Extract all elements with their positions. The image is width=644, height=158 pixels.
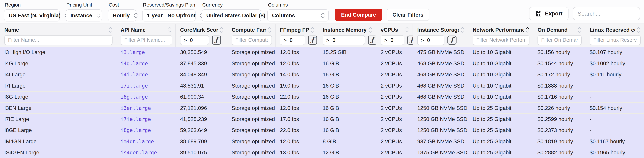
filter-input-instance-storage[interactable] <box>417 35 444 45</box>
column-header-vcpus[interactable]: vCPUsƒ <box>376 24 413 47</box>
chevron-updown-icon <box>96 12 100 19</box>
sort-icon[interactable] <box>310 26 314 34</box>
cell-name: I4I Large <box>0 69 116 80</box>
function-filter-toggle-ffmpeg-fps[interactable]: ƒ <box>308 36 317 44</box>
filter-input-instance-memory[interactable] <box>323 35 365 45</box>
region-select-value: US East (N. Virginia) <box>9 12 60 18</box>
cell-on-demand: $0.1544 hourly <box>533 58 585 69</box>
column-label: Instance Storage <box>417 27 459 33</box>
filter-input-network-performance[interactable] <box>472 35 530 45</box>
sort-icon[interactable] <box>577 26 582 34</box>
cell-api-name[interactable]: i4i.large <box>116 69 176 80</box>
chevron-updown-icon <box>134 12 138 19</box>
cell-api-name[interactable]: i7ie.large <box>116 114 176 124</box>
cell-network-performance: Up to 10 Gigabit <box>468 80 533 91</box>
cell-ffmpeg-fps: 22.0 fps <box>276 92 318 102</box>
column-header-network-performance[interactable]: Network Performance <box>468 24 533 47</box>
cell-compute-family: Storage optimized <box>227 114 276 124</box>
search-input[interactable] <box>573 7 640 20</box>
cell-api-name[interactable]: im4gn.large <box>116 136 176 147</box>
function-filter-toggle-coremark-score[interactable]: ƒ <box>212 36 221 44</box>
columns-label: Columns <box>268 2 329 8</box>
filter-row <box>538 35 582 45</box>
column-label: FFmpeg FPS <box>280 27 309 33</box>
sort-asc-active-icon[interactable] <box>525 26 530 34</box>
filter-input-on-demand[interactable] <box>538 35 582 45</box>
function-filter-toggle-vcpus[interactable]: ƒ <box>407 36 413 44</box>
column-header-instance-storage[interactable]: Instance Storageƒ <box>413 24 468 47</box>
table-row[interactable]: I4I Largei4i.large34,048.349Storage opti… <box>0 69 644 80</box>
columns-select[interactable]: Columns <box>267 10 329 22</box>
column-header-name[interactable]: Name <box>0 24 116 47</box>
cell-compute-family: Storage optimized <box>227 47 276 58</box>
cell-vcpus: 2 vCPUs <box>376 47 413 58</box>
cost-label: Cost <box>109 2 136 8</box>
export-button[interactable]: Export <box>529 7 568 20</box>
column-header-top: Compute Family <box>232 26 272 34</box>
sort-icon[interactable] <box>405 26 409 34</box>
reserved-savings-plan-select[interactable]: 1-year - No Upfront <box>142 10 196 22</box>
toolbar-actions: End Compare Clear Filters <box>335 9 429 21</box>
cell-instance-storage: 1875 GB NVMe SSD <box>413 147 468 158</box>
column-header-compute-family[interactable]: Compute Family <box>227 24 276 47</box>
filter-input-linux-reserved-cost[interactable] <box>590 35 641 45</box>
table-row[interactable]: I8G Largei8g.large61,900.34Storage optim… <box>0 91 644 102</box>
cell-on-demand: $0.1716 hourly <box>533 92 585 102</box>
cell-name: I3 High I/O Large <box>0 47 116 58</box>
table-row[interactable]: I4G Largei4g.large37,845.339Storage opti… <box>0 58 644 69</box>
clear-filters-button[interactable]: Clear Filters <box>387 9 429 21</box>
column-header-coremark-score[interactable]: CoreMark Scoreƒ <box>176 24 227 47</box>
sort-icon[interactable] <box>636 26 641 34</box>
cell-network-performance: Up to 25 Gigabit <box>468 103 533 114</box>
filter-input-name[interactable] <box>4 35 112 45</box>
cell-network-performance: Up to 25 Gigabit <box>468 114 533 124</box>
column-header-on-demand[interactable]: On Demand <box>533 24 585 47</box>
cell-name: I7I Large <box>0 80 116 91</box>
cell-api-name[interactable]: is4gen.large <box>116 147 176 158</box>
filter-input-ffmpeg-fps[interactable] <box>280 35 305 45</box>
table-row[interactable]: I7I Largei7i.large48,531.91Storage optim… <box>0 80 644 91</box>
cell-api-name[interactable]: i7i.large <box>116 80 176 91</box>
sort-icon[interactable] <box>168 26 172 34</box>
columns-field: Columns Columns <box>267 2 329 22</box>
top-toolbar: Region US East (N. Virginia) Pricing Uni… <box>0 0 644 24</box>
sort-icon[interactable] <box>108 26 112 34</box>
region-select[interactable]: US East (N. Virginia) <box>4 10 60 22</box>
filter-input-api-name[interactable] <box>120 35 172 45</box>
column-label: Linux Reserved cost <box>590 27 635 33</box>
cell-api-name[interactable]: i3.large <box>116 47 176 58</box>
table-row[interactable]: IS4GEN Largeis4gen.large39,510.075Storag… <box>0 147 644 158</box>
filter-input-coremark-score[interactable] <box>180 35 209 45</box>
table-row[interactable]: I8GE Largei8ge.large59,263.649Storage op… <box>0 124 644 136</box>
column-header-api-name[interactable]: API Name <box>116 24 176 47</box>
cell-api-name[interactable]: i8ge.large <box>116 125 176 136</box>
cell-api-name[interactable]: i4g.large <box>116 58 176 69</box>
function-filter-toggle-instance-storage[interactable]: ƒ <box>448 36 456 44</box>
column-header-instance-memory[interactable]: Instance Memoryƒ <box>318 24 376 47</box>
column-header-ffmpeg-fps[interactable]: FFmpeg FPSƒ <box>276 24 318 47</box>
sort-icon[interactable] <box>268 26 272 34</box>
table-row[interactable]: I7IE Largei7ie.large41,528.239Storage op… <box>0 114 644 124</box>
filter-input-compute-family[interactable] <box>232 35 272 45</box>
filter-input-vcpus[interactable] <box>381 35 404 45</box>
sort-icon[interactable] <box>460 26 464 34</box>
cell-instance-storage: 1250 GB NVMe SSD <box>413 114 468 124</box>
sort-icon[interactable] <box>368 26 373 34</box>
table-row[interactable]: IM4GN Largeim4gn.large38,689.709Storage … <box>0 136 644 147</box>
currency-select[interactable]: United States Dollar ($) <box>202 10 261 22</box>
cell-api-name[interactable]: i3en.large <box>116 103 176 114</box>
end-compare-button[interactable]: End Compare <box>335 9 382 21</box>
table-row[interactable]: I3EN Largei3en.large27,121.096Storage op… <box>0 102 644 114</box>
cell-coremark-score: 48,531.91 <box>176 80 227 91</box>
sort-icon[interactable] <box>219 26 224 34</box>
pricing-unit-select[interactable]: Instance <box>66 10 102 22</box>
column-header-linux-reserved-cost[interactable]: Linux Reserved cost <box>585 24 644 47</box>
cell-vcpus: 2 vCPUs <box>376 103 413 114</box>
function-filter-toggle-instance-memory[interactable]: ƒ <box>368 36 376 44</box>
cell-instance-memory: 12 GiB <box>318 147 376 158</box>
cell-ffmpeg-fps: 14.0 fps <box>276 69 318 80</box>
cell-network-performance: Up to 10 Gigabit <box>468 92 533 102</box>
table-row[interactable]: I3 High I/O Largei3.large30,350.549Stora… <box>0 47 644 58</box>
cost-select[interactable]: Hourly <box>108 10 136 22</box>
cell-api-name[interactable]: i8g.large <box>116 92 176 102</box>
